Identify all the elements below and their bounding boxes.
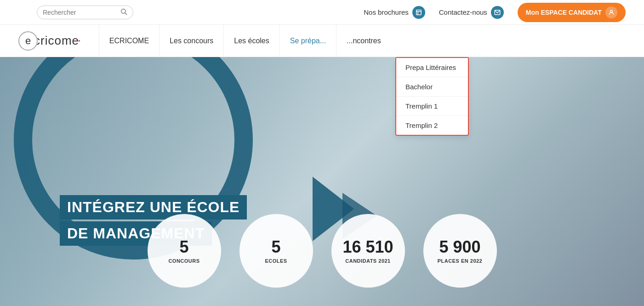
stat-places: 5 900 PLACES EN 2022: [423, 214, 497, 288]
logo-text: cricome: [34, 34, 79, 48]
stat-number-places: 5 900: [439, 238, 480, 256]
logo[interactable]: e cricome ●: [18, 31, 80, 51]
candidat-button[interactable]: Mon ESPACE CANDIDAT: [518, 3, 626, 22]
candidat-label: Mon ESPACE CANDIDAT: [526, 9, 602, 16]
contact-link[interactable]: Contactez-nous: [439, 6, 504, 19]
nav-bar: e cricome ● ECRICOME Les concours Les éc…: [0, 25, 644, 57]
logo-accent: ●: [78, 39, 80, 43]
dropdown-item-bachelor[interactable]: Bachelor: [396, 77, 468, 97]
stat-number-concours: 5: [179, 238, 188, 256]
svg-point-6: [610, 10, 613, 12]
nav-items: ECRICOME Les concours Les écoles Se prép…: [99, 25, 626, 57]
contact-icon: [491, 6, 504, 19]
dropdown-item-tremplin1[interactable]: Tremplin 1: [396, 97, 468, 116]
svg-rect-2: [416, 10, 422, 15]
nav-item-concours[interactable]: Les concours: [159, 25, 223, 57]
stat-label-candidats: CANDIDATS 2021: [345, 258, 391, 264]
dropdown-item-tremplin2[interactable]: Tremplin 2: [396, 116, 468, 135]
search-wrapper: [37, 6, 133, 19]
stat-number-candidats: 16 510: [342, 238, 393, 256]
svg-line-1: [125, 13, 127, 15]
stat-number-ecoles: 5: [271, 238, 280, 256]
brochures-icon: [412, 6, 425, 19]
brochures-link[interactable]: Nos brochures: [364, 6, 425, 19]
nav-item-preparer[interactable]: Se prépa...: [279, 25, 336, 57]
dropdown-item-prepa-litt[interactable]: Prepa Littéraires: [396, 58, 468, 77]
user-icon: [605, 6, 617, 18]
brochures-label: Nos brochures: [364, 8, 409, 16]
stat-concours: 5 CONCOURS: [148, 214, 221, 288]
stat-label-concours: CONCOURS: [168, 258, 199, 264]
search-button[interactable]: [120, 8, 127, 17]
stat-label-ecoles: ECOLES: [265, 258, 287, 264]
stats-row: 5 CONCOURS 5 ECOLES 16 510 CANDIDATS 202…: [0, 214, 644, 288]
contact-label: Contactez-nous: [439, 8, 487, 16]
nav-item-ecoles[interactable]: Les écoles: [223, 25, 279, 57]
hero-section: INTÉGREZ UNE ÉCOLE DE MANAGEMENT 5 CONCO…: [0, 57, 644, 306]
top-bar: Nos brochures Contactez-nous Mon ESPACE …: [0, 0, 644, 25]
nav-item-ecricome[interactable]: ECRICOME: [99, 25, 159, 57]
nav-item-rencontres[interactable]: ...ncontres: [336, 25, 391, 57]
search-input[interactable]: [43, 9, 116, 16]
stat-ecoles: 5 ECOLES: [239, 214, 313, 288]
dropdown-menu: Prepa Littéraires Bachelor Tremplin 1 Tr…: [395, 57, 469, 136]
stat-candidats: 16 510 CANDIDATS 2021: [331, 214, 405, 288]
stat-label-places: PLACES EN 2022: [438, 258, 482, 264]
